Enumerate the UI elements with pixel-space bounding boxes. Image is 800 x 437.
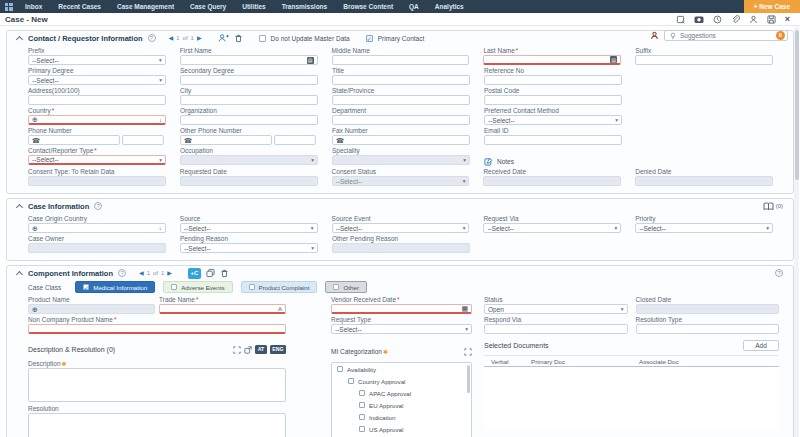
next-component-icon[interactable]: ▶ bbox=[167, 270, 172, 276]
prefix-select[interactable]: --Select--▾ bbox=[28, 55, 166, 65]
collapse-chevron-icon[interactable] bbox=[17, 35, 23, 41]
page-scrollbar[interactable] bbox=[794, 27, 799, 437]
checkbox-icon[interactable] bbox=[359, 414, 365, 420]
secondary-degree-input[interactable] bbox=[180, 75, 318, 85]
nav-item-analytics[interactable]: Analytics bbox=[427, 0, 472, 13]
app-logo-icon[interactable] bbox=[0, 0, 17, 13]
prev-component-icon[interactable]: ◀ bbox=[139, 270, 144, 276]
country-input[interactable]: ⊕↓ bbox=[28, 115, 166, 125]
collapse-chevron-icon[interactable] bbox=[17, 203, 23, 209]
add-component-button[interactable]: +C bbox=[188, 268, 201, 279]
checkbox-icon[interactable] bbox=[348, 378, 354, 384]
postal-code-input[interactable] bbox=[484, 95, 622, 105]
nav-item-transmissions[interactable]: Transmissions bbox=[274, 0, 336, 13]
other-phone-number-ext-input[interactable] bbox=[274, 135, 316, 145]
page-scrollbar-thumb[interactable] bbox=[795, 30, 799, 180]
title-input[interactable] bbox=[332, 75, 470, 85]
nav-item-qa[interactable]: QA bbox=[401, 0, 427, 13]
organization-input[interactable] bbox=[180, 115, 318, 125]
expand-icon[interactable] bbox=[233, 340, 241, 358]
nav-item-inbox[interactable]: Inbox bbox=[17, 0, 50, 13]
suggestions-input[interactable]: Suggestions 0 bbox=[664, 30, 788, 41]
knowledge-book-icon[interactable] bbox=[763, 197, 774, 215]
do-not-update-checkbox[interactable] bbox=[259, 35, 266, 42]
popout-icon[interactable] bbox=[244, 340, 252, 358]
add-document-button[interactable]: Add bbox=[743, 340, 779, 351]
save-icon[interactable] bbox=[767, 15, 776, 24]
checkbox-icon[interactable] bbox=[359, 402, 365, 408]
checkbox-icon[interactable] bbox=[337, 366, 343, 372]
close-icon[interactable]: × bbox=[785, 15, 790, 24]
tree-item-indication[interactable]: Indication bbox=[332, 411, 471, 423]
checkbox-icon[interactable] bbox=[359, 390, 365, 396]
help-icon[interactable]: ? bbox=[94, 202, 102, 210]
city-input[interactable] bbox=[180, 95, 318, 105]
phone-number-ext-input[interactable] bbox=[122, 135, 164, 145]
copy-component-icon[interactable] bbox=[206, 265, 215, 282]
help-icon[interactable]: ? bbox=[118, 269, 126, 277]
nav-item-browse-content[interactable]: Browse Content bbox=[335, 0, 401, 13]
phone-number-input[interactable]: ☎ bbox=[28, 135, 120, 145]
contact-reporter-type-select[interactable]: --Select--▾ bbox=[28, 155, 166, 165]
department-input[interactable] bbox=[332, 115, 470, 125]
help-icon[interactable]: ? bbox=[775, 269, 783, 277]
nav-item-case-management[interactable]: Case Management bbox=[109, 0, 182, 13]
state-province-input[interactable] bbox=[332, 95, 470, 105]
case-class-product-complaint[interactable]: Product Complaint bbox=[241, 281, 318, 293]
last-name-input[interactable]: ▤ bbox=[483, 55, 621, 65]
nav-item-case-query[interactable]: Case Query bbox=[182, 0, 234, 13]
delete-component-icon[interactable] bbox=[220, 265, 229, 282]
tree-item-availability[interactable]: Availability bbox=[332, 363, 471, 375]
case-class-other[interactable]: Other bbox=[325, 281, 366, 293]
add-contact-icon[interactable] bbox=[218, 29, 229, 47]
tree-item-us-approval[interactable]: US Approval bbox=[332, 423, 471, 435]
middle-name-input[interactable] bbox=[332, 55, 470, 65]
history-clock-icon[interactable] bbox=[713, 15, 722, 24]
source-select[interactable]: --Select--▾ bbox=[180, 223, 318, 233]
trade-name-input[interactable]: A bbox=[159, 304, 286, 314]
primary-contact-checkbox[interactable]: ✓ bbox=[366, 35, 373, 42]
other-phone-number-input[interactable]: ☎ bbox=[180, 135, 272, 145]
delete-contact-icon[interactable] bbox=[234, 29, 243, 47]
first-name-input[interactable]: ▤ bbox=[180, 55, 318, 65]
fax-number-input[interactable]: ☎ bbox=[332, 135, 470, 145]
vendor-received-date-input[interactable]: ▦ bbox=[331, 304, 472, 314]
request-via-select[interactable]: --Select--▾ bbox=[483, 223, 621, 233]
help-icon[interactable]: ? bbox=[148, 34, 156, 42]
notes-link[interactable]: Notes bbox=[484, 156, 622, 166]
source-event-select[interactable]: --Select--▾ bbox=[332, 223, 470, 233]
status-select[interactable]: Open▾ bbox=[484, 304, 628, 314]
auto-translate-button[interactable]: AT bbox=[255, 345, 267, 354]
description-textarea[interactable] bbox=[28, 368, 286, 402]
resolution-type-input[interactable] bbox=[636, 324, 780, 334]
tree-item-country-approval[interactable]: Country Approval bbox=[332, 375, 471, 387]
nav-item-utilities[interactable]: Utilities bbox=[234, 0, 273, 13]
priority-select[interactable]: --Select--▾ bbox=[635, 223, 773, 233]
reference-no-input[interactable] bbox=[484, 75, 622, 85]
suffix-input[interactable] bbox=[635, 55, 773, 65]
pending-reason-select[interactable]: --Select--▾ bbox=[180, 243, 318, 253]
address-100-100-input[interactable] bbox=[28, 95, 166, 105]
new-case-button[interactable]: + New Case bbox=[744, 0, 800, 13]
expand-icon[interactable] bbox=[464, 342, 472, 360]
respond-via-input[interactable] bbox=[484, 324, 628, 334]
preferred-contact-method-select[interactable]: --Select--▾ bbox=[484, 115, 622, 125]
tree-item-eu-approval[interactable]: EU Approval bbox=[332, 399, 471, 411]
collapse-chevron-icon[interactable] bbox=[17, 270, 23, 276]
case-origin-country-input[interactable]: ⊕↓ bbox=[28, 223, 166, 233]
next-record-icon[interactable]: ▶ bbox=[197, 35, 202, 41]
language-eng-button[interactable]: ENG bbox=[270, 345, 286, 354]
prev-record-icon[interactable]: ◀ bbox=[169, 35, 174, 41]
non-company-product-name-input[interactable] bbox=[28, 324, 286, 334]
checkbox-icon[interactable] bbox=[359, 426, 365, 432]
nav-item-recent-cases[interactable]: Recent Cases bbox=[50, 0, 109, 13]
note-icon[interactable] bbox=[676, 15, 685, 24]
case-class-medical-information[interactable]: ✓Medical Information bbox=[75, 281, 155, 293]
camera-icon[interactable] bbox=[694, 15, 704, 24]
primary-degree-select[interactable]: --Select--▾ bbox=[28, 75, 166, 85]
case-class-adverse-events[interactable]: Adverse Events bbox=[163, 281, 232, 293]
attachment-icon[interactable] bbox=[731, 15, 740, 24]
tree-scrollbar[interactable] bbox=[467, 365, 470, 393]
request-type-select[interactable]: --Select--▾ bbox=[331, 324, 472, 334]
tree-item-apac-approval[interactable]: APAC Approval bbox=[332, 387, 471, 399]
